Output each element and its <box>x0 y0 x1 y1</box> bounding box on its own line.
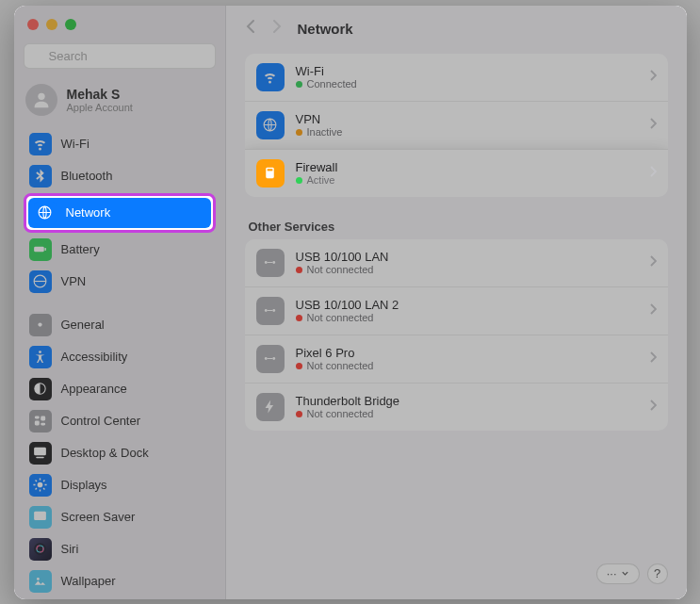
service-status: Inactive <box>296 126 343 138</box>
sidebar-item-label: Siri <box>61 542 79 556</box>
sidebar-item-label: Battery <box>61 242 100 256</box>
sidebar-item-screen-saver[interactable]: Screen Saver <box>24 502 216 532</box>
service-row-thunderbolt[interactable]: Thunderbolt BridgeNot connected <box>245 383 668 431</box>
status-dot <box>296 363 302 369</box>
svg-point-21 <box>37 578 40 580</box>
service-title: USB 10/100 LAN 2 <box>296 298 399 312</box>
back-button[interactable] <box>245 19 256 39</box>
sidebar-item-label: Accessibility <box>61 350 128 364</box>
service-row-vpn[interactable]: VPNInactive <box>245 101 668 149</box>
account-row[interactable]: Mehak S Apple Account <box>24 80 216 129</box>
maximize-window-button[interactable] <box>65 19 76 30</box>
usb1-icon <box>256 249 285 277</box>
svg-point-28 <box>272 309 275 312</box>
other-services-label: Other Services <box>249 220 668 234</box>
service-row-firewall[interactable]: FirewallActive <box>245 149 668 197</box>
main-panel: Network Wi-FiConnectedVPNInactiveFirewal… <box>226 6 687 599</box>
svg-point-7 <box>38 322 41 326</box>
sidebar-item-wifi[interactable]: Wi-Fi <box>24 129 216 159</box>
status-dot <box>296 177 302 184</box>
status-dot <box>296 411 302 417</box>
chevron-down-icon <box>621 569 629 578</box>
status-dot <box>296 315 302 321</box>
svg-point-16 <box>38 482 43 488</box>
wallpaper-icon <box>29 570 52 593</box>
main-services-list: Wi-FiConnectedVPNInactiveFirewallActive <box>245 54 668 197</box>
sidebar-list: Wi-FiBluetoothNetworkBatteryVPNGeneralAc… <box>24 129 216 599</box>
service-row-pixel[interactable]: Pixel 6 ProNot connected <box>245 335 668 383</box>
service-status: Not connected <box>296 360 374 371</box>
svg-rect-15 <box>36 457 44 458</box>
sidebar-item-label: Network <box>66 205 111 220</box>
sidebar-item-siri[interactable]: Siri <box>24 534 216 564</box>
service-status: Not connected <box>296 264 389 275</box>
service-row-wifi[interactable]: Wi-FiConnected <box>245 54 668 101</box>
svg-rect-11 <box>35 421 40 426</box>
sidebar-item-desktop-dock[interactable]: Desktop & Dock <box>24 438 216 468</box>
sidebar-item-bluetooth[interactable]: Bluetooth <box>24 161 216 191</box>
chevron-right-icon <box>649 166 657 180</box>
svg-rect-13 <box>41 423 45 426</box>
sidebar-item-accessibility[interactable]: Accessibility <box>24 342 216 372</box>
other-services-list: USB 10/100 LANNot connectedUSB 10/100 LA… <box>245 239 668 431</box>
battery-icon <box>29 238 52 261</box>
usb2-icon <box>256 297 285 325</box>
pixel-icon <box>256 345 285 373</box>
svg-rect-5 <box>44 248 45 251</box>
svg-rect-14 <box>34 448 46 456</box>
search-input[interactable] <box>24 43 216 69</box>
svg-point-2 <box>38 92 44 99</box>
sidebar-item-vpn[interactable]: VPN <box>24 267 216 297</box>
wifi-icon <box>29 133 52 155</box>
status-dot <box>296 129 302 136</box>
chevron-right-icon <box>649 303 657 318</box>
service-title: VPN <box>296 112 343 126</box>
sidebar-item-label: Screen Saver <box>61 510 136 524</box>
general-icon <box>29 314 52 336</box>
service-title: Wi-Fi <box>296 64 357 78</box>
svg-rect-24 <box>268 169 273 171</box>
sidebar-item-wallpaper[interactable]: Wallpaper <box>24 566 216 596</box>
minimize-window-button[interactable] <box>46 19 57 30</box>
service-row-usb2[interactable]: USB 10/100 LAN 2Not connected <box>245 286 668 335</box>
svg-rect-4 <box>34 247 44 253</box>
sidebar-item-general[interactable]: General <box>24 310 216 340</box>
bluetooth-icon <box>29 165 52 188</box>
chevron-right-icon <box>649 400 657 414</box>
thunderbolt-icon <box>256 393 285 421</box>
service-status: Active <box>296 174 338 186</box>
account-subtitle: Apple Account <box>67 102 133 113</box>
sidebar-item-appearance[interactable]: Appearance <box>24 374 216 404</box>
svg-point-30 <box>272 357 275 360</box>
sidebar-item-label: Wi-Fi <box>61 137 90 151</box>
sidebar-item-label: Displays <box>61 478 107 492</box>
close-window-button[interactable] <box>27 19 39 30</box>
sidebar-item-label: Appearance <box>61 382 127 396</box>
sidebar-item-label: VPN <box>61 274 87 288</box>
footer: ··· ? <box>226 563 687 599</box>
sidebar: Mehak S Apple Account Wi-FiBluetoothNetw… <box>14 6 226 599</box>
sidebar-item-control-center[interactable]: Control Center <box>24 406 216 436</box>
sidebar-item-displays[interactable]: Displays <box>24 470 216 500</box>
sidebar-item-network[interactable]: Network <box>28 198 211 228</box>
screen-saver-icon <box>29 506 52 529</box>
sidebar-item-battery[interactable]: Battery <box>24 235 216 265</box>
avatar <box>25 84 57 116</box>
more-menu-button[interactable]: ··· <box>596 563 640 584</box>
sidebar-item-label: Bluetooth <box>61 169 113 183</box>
search-field[interactable] <box>24 43 216 69</box>
vpn-icon <box>256 111 285 139</box>
svg-point-25 <box>265 261 268 264</box>
forward-button[interactable] <box>271 19 283 39</box>
svg-point-29 <box>265 357 268 360</box>
page-title: Network <box>298 21 353 37</box>
service-row-usb1[interactable]: USB 10/100 LANNot connected <box>245 239 668 286</box>
help-button[interactable]: ? <box>647 563 668 584</box>
firewall-icon <box>256 159 285 188</box>
header: Network <box>226 6 687 48</box>
service-title: Thunderbolt Bridge <box>296 394 400 408</box>
svg-rect-17 <box>34 512 46 520</box>
accessibility-icon <box>29 346 52 368</box>
desktop-dock-icon <box>29 442 52 465</box>
svg-point-26 <box>272 261 275 264</box>
